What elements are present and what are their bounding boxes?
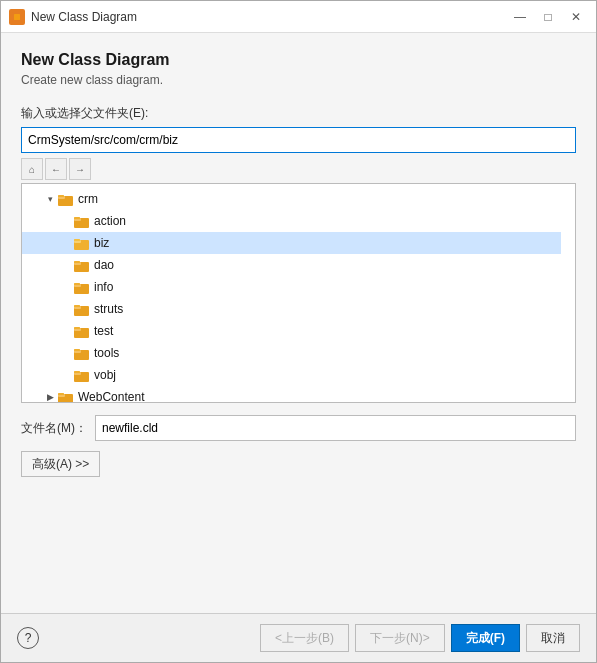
expand-icon-tools [58,345,74,361]
main-content: New Class Diagram Create new class diagr… [1,33,596,613]
folder-path-input[interactable] [21,127,576,153]
svg-rect-22 [74,327,80,329]
app-icon [9,9,25,25]
tree-label-webcontent: WebContent [78,390,145,403]
tree-item-test[interactable]: test [22,320,561,342]
folder-section-label: 输入或选择父文件夹(E): [21,105,576,122]
advanced-button[interactable]: 高级(A) >> [21,451,100,477]
dialog-subtitle: Create new class diagram. [21,73,576,87]
back-nav-button[interactable]: ← [45,158,67,180]
tree-label-dao: dao [94,258,114,272]
tree-item-crm[interactable]: ▾ crm [22,188,561,210]
filename-row: 文件名(M)： [21,415,576,441]
expand-icon-test [58,323,74,339]
bottom-right: <上一步(B) 下一步(N)> 完成(F) 取消 [260,624,580,652]
folder-icon-dao [74,258,90,272]
dialog-window: New Class Diagram — □ ✕ New Class Diagra… [0,0,597,663]
next-button[interactable]: 下一步(N)> [355,624,445,652]
tree-item-struts[interactable]: struts [22,298,561,320]
folder-icon-biz [74,236,90,250]
minimize-button[interactable]: — [508,7,532,27]
cancel-button[interactable]: 取消 [526,624,580,652]
tree-label-biz: biz [94,236,109,250]
svg-rect-16 [74,283,80,285]
folder-tree[interactable]: ▾ crm [21,183,576,403]
forward-nav-button[interactable]: → [69,158,91,180]
maximize-button[interactable]: □ [536,7,560,27]
svg-rect-1 [14,14,20,20]
svg-rect-10 [74,239,80,241]
back-button[interactable]: <上一步(B) [260,624,349,652]
tree-label-vobj: vobj [94,368,116,382]
svg-rect-7 [74,217,80,219]
home-icon: ⌂ [29,164,35,175]
tree-label-crm: crm [78,192,98,206]
expand-icon-crm: ▾ [42,191,58,207]
bottom-bar: ? <上一步(B) 下一步(N)> 完成(F) 取消 [1,613,596,662]
expand-icon-action [58,213,74,229]
folder-icon-vobj [74,368,90,382]
expand-icon-webcontent: ▶ [42,389,58,403]
tree-item-biz[interactable]: biz [22,232,561,254]
filename-input[interactable] [95,415,576,441]
folder-icon-tools [74,346,90,360]
folder-icon-struts [74,302,90,316]
finish-button[interactable]: 完成(F) [451,624,520,652]
expand-icon-struts [58,301,74,317]
dialog-title: New Class Diagram [21,51,576,69]
close-button[interactable]: ✕ [564,7,588,27]
tree-item-webcontent[interactable]: ▶ WebContent [22,386,561,403]
folder-icon-test [74,324,90,338]
tree-label-struts: struts [94,302,123,316]
svg-rect-19 [74,305,80,307]
svg-rect-31 [58,393,64,395]
folder-icon-info [74,280,90,294]
folder-icon-webcontent [58,390,74,403]
window-controls: — □ ✕ [508,7,588,27]
expand-icon-biz [58,235,74,251]
help-button[interactable]: ? [17,627,39,649]
window-title: New Class Diagram [31,10,137,24]
home-nav-button[interactable]: ⌂ [21,158,43,180]
tree-label-action: action [94,214,126,228]
folder-icon-action [74,214,90,228]
forward-icon: → [75,164,85,175]
svg-rect-25 [74,349,80,351]
title-bar-left: New Class Diagram [9,9,137,25]
svg-rect-13 [74,261,80,263]
tree-content: ▾ crm [22,184,575,403]
tree-item-dao[interactable]: dao [22,254,561,276]
tree-item-vobj[interactable]: vobj [22,364,561,386]
spacer [21,487,576,603]
expand-icon-info [58,279,74,295]
expand-icon-vobj [58,367,74,383]
tree-item-action[interactable]: action [22,210,561,232]
folder-icon-crm [58,192,74,206]
bottom-left: ? [17,627,39,649]
expand-icon-dao [58,257,74,273]
svg-rect-28 [74,371,80,373]
tree-label-info: info [94,280,113,294]
tree-item-tools[interactable]: tools [22,342,561,364]
filename-label: 文件名(M)： [21,420,87,437]
tree-label-test: test [94,324,113,338]
svg-rect-4 [58,195,64,197]
title-bar: New Class Diagram — □ ✕ [1,1,596,33]
tree-label-tools: tools [94,346,119,360]
nav-bar: ⌂ ← → [21,157,576,181]
tree-item-info[interactable]: info [22,276,561,298]
back-icon: ← [51,164,61,175]
